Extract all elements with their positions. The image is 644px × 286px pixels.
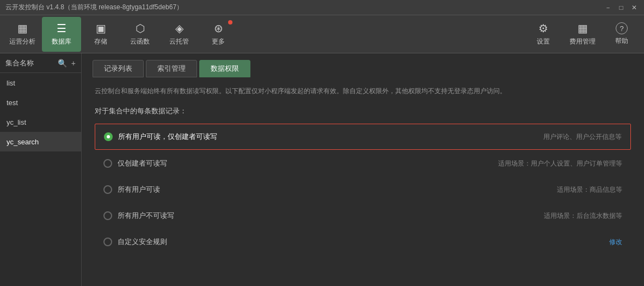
billing-label: 费用管理 [569,37,596,46]
info-text: 云控制台和服务端始终有所有数据读写权限。以下配置仅对小程序端发起的请求有效。除自… [95,86,631,96]
tab-records[interactable]: 记录列表 [93,60,144,77]
toolbar-item-help[interactable]: ? 帮助 [602,17,641,52]
sidebar-add-icon[interactable]: + [71,59,76,68]
help-label: 帮助 [615,36,628,46]
toolbar-item-billing[interactable]: ▦ 费用管理 [563,17,602,52]
sidebar-item-list-label: list [7,79,15,87]
radio-checked-0 [104,132,113,141]
toolbar-right: ⚙ 设置 ▦ 费用管理 ? 帮助 [524,17,641,52]
toolbar-item-more[interactable]: ⊛ 更多 [199,17,238,52]
analytics-label: 运营分析 [9,37,35,46]
sidebar-item-yc-search[interactable]: yc_search [0,132,81,151]
sidebar-search-icon[interactable]: 🔍 [58,59,67,68]
toolbar-item-functions[interactable]: ⬡ 云函数 [120,17,160,52]
window-controls: － □ ✕ [604,3,639,12]
permission-option-1[interactable]: 仅创建者可读写 适用场景：用户个人设置、用户订单管理等 [95,151,631,176]
permission-option-0[interactable]: 所有用户可读，仅创建者可读写 用户评论、用户公开信息等 [95,124,631,150]
toolbar-item-hosting[interactable]: ◈ 云托管 [160,17,199,52]
permission-label-0: 所有用户可读，仅创建者可读写 [118,132,217,142]
more-icon: ⊛ [214,22,223,35]
sidebar-item-yc-list-label: yc_list [7,118,26,126]
functions-icon: ⬡ [136,22,145,35]
radio-3 [103,211,112,220]
more-badge [228,20,232,25]
permission-option-4[interactable]: 自定义安全规则 修改 [95,229,631,254]
sidebar-item-test[interactable]: test [0,93,81,112]
functions-label: 云函数 [130,37,150,46]
analytics-icon: ▦ [17,22,28,35]
toolbar-item-database[interactable]: ☰ 数据库 [42,17,81,52]
section-label: 对于集合中的每条数据记录： [95,106,631,116]
toolbar-item-settings[interactable]: ⚙ 设置 [524,17,563,52]
title-text: 云开发控制台 v1.4.8（当前环境 release-8gtyga11df5de… [5,3,639,12]
title-bar: 云开发控制台 v1.4.8（当前环境 release-8gtyga11df5de… [0,0,644,15]
sidebar-item-yc-list[interactable]: yc_list [0,112,81,132]
sidebar-header-icons: 🔍 + [58,59,76,68]
database-icon: ☰ [57,22,66,35]
permission-label-1: 仅创建者可读写 [118,159,167,168]
restore-button[interactable]: □ [617,3,625,12]
permission-option-3[interactable]: 所有用户不可读写 适用场景：后台流水数据等 [95,203,631,228]
permission-option-2[interactable]: 所有用户可读 适用场景：商品信息等 [95,177,631,202]
content-body: 云控制台和服务端始终有所有数据读写权限。以下配置仅对小程序端发起的请求有效。除自… [82,77,644,286]
main-layout: 集合名称 🔍 + list test yc_list yc_search 记录 [0,53,644,286]
storage-label: 存储 [94,37,107,46]
billing-icon: ▦ [578,22,588,35]
permission-hint-2: 适用场景：商品信息等 [557,185,622,194]
minimize-button[interactable]: － [604,3,612,12]
help-icon: ? [616,22,628,34]
sidebar-item-list[interactable]: list [0,73,81,93]
toolbar: ▦ 运营分析 ☰ 数据库 ▣ 存储 ⬡ 云函数 ◈ 云托管 ⊛ 更多 ⚙ 设置 … [0,15,644,53]
close-button[interactable]: ✕ [630,3,639,12]
storage-icon: ▣ [96,22,106,35]
permission-hint-0: 用户评论、用户公开信息等 [543,132,622,142]
radio-1 [103,159,112,168]
more-label: 更多 [212,37,225,46]
settings-icon: ⚙ [538,22,548,35]
permission-label-3: 所有用户不可读写 [118,211,174,221]
sidebar-list: list test yc_list yc_search [0,73,81,286]
permission-label-4: 自定义安全规则 [118,237,167,247]
permission-hint-1: 适用场景：用户个人设置、用户订单管理等 [498,159,622,168]
settings-label: 设置 [537,37,550,46]
permission-hint-4[interactable]: 修改 [609,238,622,247]
content-area: 记录列表 索引管理 数据权限 云控制台和服务端始终有所有数据读写权限。以下配置仅… [82,53,644,286]
radio-4 [103,238,112,246]
sidebar: 集合名称 🔍 + list test yc_list yc_search [0,53,82,286]
permission-label-2: 所有用户可读 [118,185,160,194]
toolbar-item-analytics[interactable]: ▦ 运营分析 [3,17,42,52]
hosting-label: 云托管 [169,37,189,46]
sidebar-header-label: 集合名称 [5,58,58,68]
tab-indexes[interactable]: 索引管理 [146,60,197,77]
sidebar-item-yc-search-label: yc_search [7,138,39,146]
tab-bar: 记录列表 索引管理 数据权限 [82,53,644,77]
database-label: 数据库 [52,37,71,46]
toolbar-item-storage[interactable]: ▣ 存储 [81,17,120,52]
permission-hint-3: 适用场景：后台流水数据等 [544,211,622,221]
sidebar-header: 集合名称 🔍 + [0,53,81,73]
hosting-icon: ◈ [175,22,183,35]
radio-2 [103,185,112,194]
sidebar-item-test-label: test [7,99,18,107]
tab-permissions[interactable]: 数据权限 [199,60,250,77]
